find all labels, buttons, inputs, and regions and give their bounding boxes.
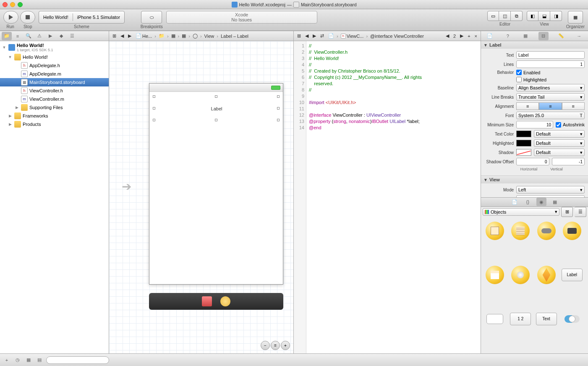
- shadow-color-select[interactable]: Default▾: [534, 149, 585, 156]
- library-item-view[interactable]: [484, 220, 505, 241]
- jump-file[interactable]: h ViewC...: [339, 33, 366, 39]
- close-button[interactable]: [3, 2, 8, 7]
- stop-button[interactable]: [20, 11, 35, 24]
- align-left[interactable]: ≡: [516, 102, 539, 110]
- jump-vc-icon[interactable]: ▦: [170, 32, 177, 39]
- linebreaks-select[interactable]: Truncate Tail▾: [516, 93, 585, 101]
- log-navigator-tab[interactable]: ☰: [67, 32, 77, 40]
- editor-version[interactable]: ⧉: [511, 11, 523, 21]
- file-inspector-tab[interactable]: 📄: [485, 32, 495, 40]
- editor-standard[interactable]: ▭: [487, 11, 499, 21]
- symbol-navigator-tab[interactable]: ≡: [13, 32, 23, 40]
- root-folder[interactable]: ▼Hello World!: [0, 53, 109, 61]
- library-filter[interactable]: Objects▾: [483, 208, 559, 216]
- minsize-input[interactable]: [516, 121, 553, 128]
- jump-back-icon[interactable]: ◀: [119, 32, 125, 39]
- library-item-rounded[interactable]: [484, 308, 505, 329]
- library-item-object[interactable]: [536, 264, 557, 285]
- file-template-tab[interactable]: 📄: [510, 198, 520, 206]
- size-inspector-tab[interactable]: 📏: [556, 32, 566, 40]
- shadow-h-input[interactable]: [516, 158, 549, 165]
- text-color-well[interactable]: [516, 131, 531, 137]
- recent-icon[interactable]: ▤: [35, 356, 44, 364]
- editor-assistant[interactable]: ◫: [499, 11, 511, 21]
- view-navigator[interactable]: ◧: [527, 11, 538, 21]
- jump-scene-icon[interactable]: ◯: [191, 32, 199, 39]
- run-button[interactable]: [3, 11, 18, 24]
- nav-next-icon[interactable]: ▶: [458, 32, 465, 39]
- scheme-selector[interactable]: Hello World! iPhone 5.1 Simulator: [39, 11, 125, 24]
- products-folder[interactable]: ▶Products: [0, 120, 109, 128]
- breakpoint-navigator-tab[interactable]: ◆: [56, 32, 66, 40]
- jump-vc2-icon[interactable]: ▦: [180, 32, 188, 39]
- storyboard-canvas[interactable]: ➔ Label: [109, 41, 293, 353]
- align-center[interactable]: ≡: [539, 102, 562, 110]
- close-pane-icon[interactable]: ×: [473, 33, 479, 39]
- jump-file[interactable]: 📄 He...: [134, 32, 154, 39]
- file-item[interactable]: hAppDelegate.h: [0, 61, 109, 70]
- frameworks-folder[interactable]: ▶Frameworks: [0, 112, 109, 120]
- view-controller-icon[interactable]: [220, 296, 230, 306]
- media-library-tab[interactable]: ▦: [550, 198, 560, 206]
- zoom-in-button[interactable]: +: [281, 341, 290, 350]
- library-item-nav[interactable]: [484, 264, 505, 285]
- list-view-icon[interactable]: ☰: [575, 207, 586, 217]
- code-editor[interactable]: 1234567891011121314 // // ViewController…: [294, 41, 481, 353]
- shadow-v-input[interactable]: [552, 158, 585, 165]
- selection-handle[interactable]: [277, 119, 280, 121]
- add-pane-icon[interactable]: +: [466, 33, 472, 39]
- lines-input[interactable]: [516, 60, 585, 68]
- font-select[interactable]: System 25.0T: [516, 112, 585, 119]
- library-item-textfield[interactable]: Text: [536, 308, 557, 329]
- library-item-segmented[interactable]: 1 2: [510, 308, 531, 329]
- baseline-select[interactable]: Align Baselines▾: [516, 84, 585, 92]
- identity-inspector-tab[interactable]: ▦: [520, 32, 531, 40]
- highlighted-color-well[interactable]: [516, 140, 531, 146]
- align-right[interactable]: ≡: [562, 102, 585, 110]
- filter-input[interactable]: [46, 356, 109, 364]
- mode-select[interactable]: Left▾: [516, 186, 585, 193]
- jump-back-icon[interactable]: ◀: [303, 32, 310, 39]
- selection-handle[interactable]: [277, 107, 280, 110]
- organizer-button[interactable]: ▦: [568, 11, 583, 24]
- jump-forward-icon[interactable]: ▶: [311, 32, 318, 39]
- text-input[interactable]: [516, 51, 585, 59]
- jump-counterpart-icon[interactable]: ⇄: [319, 32, 326, 39]
- library-item-barbutton[interactable]: [562, 220, 583, 241]
- scene-dock[interactable]: [149, 293, 283, 310]
- nav-prev-icon[interactable]: ◀: [444, 32, 451, 39]
- attributes-inspector-tab[interactable]: ⊟: [538, 32, 549, 40]
- search-navigator-tab[interactable]: 🔍: [24, 32, 34, 40]
- file-item[interactable]: mAppDelegate.m: [0, 70, 109, 78]
- library-item-tableview[interactable]: [510, 220, 531, 241]
- library-item-switch[interactable]: [562, 308, 583, 329]
- selection-handle[interactable]: [153, 107, 155, 110]
- folder-item[interactable]: ▶Supporting Files: [0, 103, 109, 112]
- minimize-button[interactable]: [10, 2, 15, 7]
- project-navigator-tab[interactable]: 📁: [2, 32, 12, 40]
- device-frame[interactable]: Label: [149, 83, 283, 285]
- zoom-out-button[interactable]: −: [261, 341, 270, 350]
- view-section-header[interactable]: ▼ View: [481, 176, 588, 183]
- jump-related-icon[interactable]: ⊞: [111, 32, 118, 39]
- library-item-button[interactable]: [536, 220, 557, 241]
- code-content[interactable]: // // ViewController.h // Hello World! /…: [306, 41, 481, 353]
- view-debug[interactable]: ⬓: [538, 11, 550, 21]
- jump-interface[interactable]: @interface ViewController: [368, 33, 426, 39]
- uilabel-element[interactable]: Label: [154, 96, 280, 121]
- text-color-select[interactable]: Default▾: [534, 130, 585, 138]
- selection-handle[interactable]: [153, 95, 155, 98]
- autoshrink-checkbox[interactable]: Autoshrink: [556, 122, 585, 128]
- breakpoints-button[interactable]: ⬭: [141, 11, 162, 24]
- snippet-tab[interactable]: {}: [523, 198, 533, 206]
- project-root[interactable]: ▼ Hello World! 1 target, iOS SDK 5.1: [0, 42, 109, 53]
- file-item[interactable]: hViewController.h: [0, 86, 109, 95]
- first-responder-icon[interactable]: [202, 296, 212, 306]
- object-library-tab[interactable]: ◉: [536, 198, 546, 206]
- highlighted-color-select[interactable]: Default▾: [534, 139, 585, 147]
- issue-navigator-tab[interactable]: ⚠: [34, 32, 44, 40]
- jump-related-icon[interactable]: ⊞: [295, 32, 303, 39]
- selection-handle[interactable]: [277, 95, 280, 98]
- debug-navigator-tab[interactable]: ▶: [45, 32, 55, 40]
- jump-view[interactable]: View: [203, 33, 216, 39]
